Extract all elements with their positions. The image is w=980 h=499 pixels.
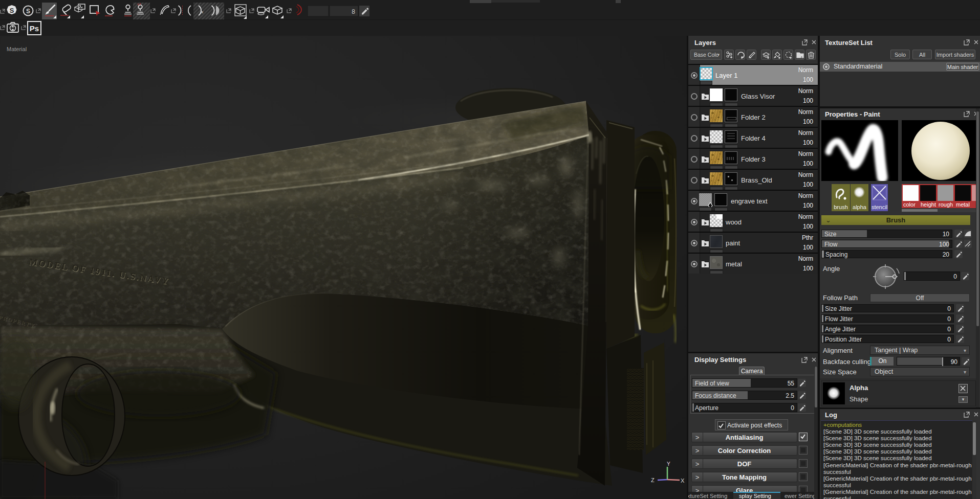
svg-text:x: x: [201, 10, 203, 14]
svg-text:8: 8: [352, 8, 355, 15]
svg-text:Z: Z: [651, 477, 655, 483]
svg-text:Ps: Ps: [30, 24, 39, 33]
svg-text:Y: Y: [667, 461, 670, 467]
svg-text:S: S: [10, 7, 14, 14]
svg-text:X: X: [681, 478, 685, 484]
svg-text:S: S: [26, 8, 30, 15]
